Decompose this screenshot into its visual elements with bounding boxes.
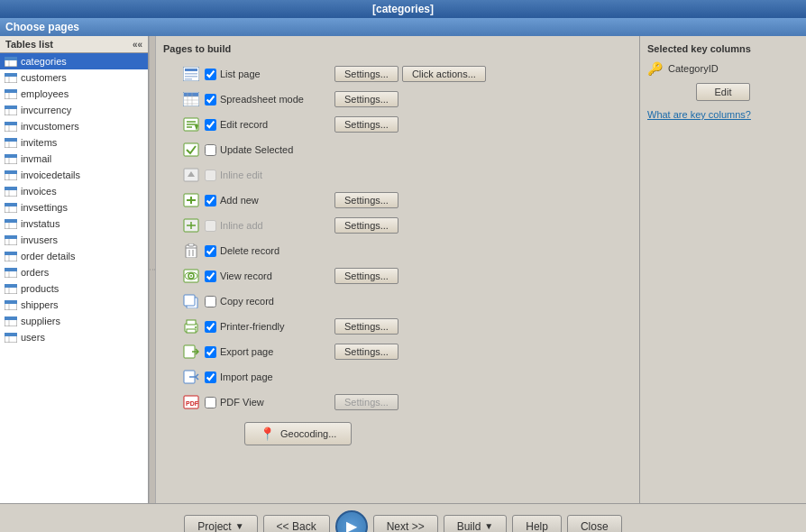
printer_friendly-icon bbox=[181, 316, 201, 336]
sidebar-item-suppliers[interactable]: suppliers bbox=[0, 313, 148, 329]
spreadsheet_mode-settings-button[interactable]: Settings... bbox=[334, 91, 398, 107]
page-row-update_selected: Update Selected bbox=[181, 137, 632, 162]
printer_friendly-settings-button[interactable]: Settings... bbox=[334, 318, 398, 335]
sidebar-item-invoices[interactable]: invoices bbox=[0, 183, 148, 199]
import_page-label: Import page bbox=[220, 371, 328, 382]
sidebar-item-invitems[interactable]: invitems bbox=[0, 134, 148, 151]
update_selected-label: Update Selected bbox=[220, 144, 328, 155]
inline_edit-checkbox[interactable] bbox=[205, 170, 216, 181]
close-button[interactable]: Close bbox=[567, 515, 622, 533]
import_page-check-container: Import page bbox=[205, 371, 331, 383]
svg-rect-16 bbox=[5, 138, 17, 142]
sidebar-item-order-details[interactable]: order details bbox=[0, 248, 148, 264]
delete_record-check-container: Delete record bbox=[205, 245, 331, 257]
build-label: Build bbox=[457, 520, 481, 533]
add_new-checkbox[interactable] bbox=[205, 195, 216, 206]
list_page-click-actions-button[interactable]: Click actions... bbox=[402, 66, 486, 82]
page-row-view_record: View recordSettings... bbox=[181, 263, 632, 289]
inline_add-settings-button[interactable]: Settings... bbox=[334, 217, 398, 234]
sidebar-item-invmail[interactable]: invmail bbox=[0, 151, 148, 167]
sidebar-item-customers[interactable]: customers bbox=[0, 69, 148, 86]
export_page-label: Export page bbox=[220, 346, 328, 357]
edit_record-settings-button[interactable]: Settings... bbox=[334, 116, 398, 133]
svg-rect-37 bbox=[5, 252, 17, 255]
svg-rect-52 bbox=[5, 333, 17, 336]
spreadsheet_mode-checkbox[interactable] bbox=[205, 94, 216, 105]
list_page-icon bbox=[181, 64, 201, 84]
pdf_view-checkbox[interactable] bbox=[205, 397, 216, 408]
export_page-settings-button[interactable]: Settings... bbox=[334, 344, 398, 360]
table-item-label: employees bbox=[21, 88, 69, 99]
page-row-copy_record: Copy record bbox=[181, 289, 632, 314]
sidebar-item-shippers[interactable]: shippers bbox=[0, 297, 148, 313]
sidebar-item-invstatus[interactable]: invstatus bbox=[0, 216, 148, 232]
sidebar-item-products[interactable]: products bbox=[0, 280, 148, 297]
table-item-label: orders bbox=[21, 267, 49, 278]
what-are-key-columns-link[interactable]: What are key columns? bbox=[647, 109, 751, 120]
copy_record-checkbox[interactable] bbox=[205, 296, 216, 307]
sidebar-item-invusers[interactable]: invusers bbox=[0, 232, 148, 248]
next-button[interactable]: Next >> bbox=[373, 515, 438, 533]
sidebar-item-invcustomers[interactable]: invcustomers bbox=[0, 118, 148, 134]
inline_add-checkbox[interactable] bbox=[205, 220, 216, 232]
table-item-label: categories bbox=[21, 56, 67, 67]
page-row-delete_record: Delete record bbox=[181, 238, 632, 263]
sidebar-item-invcurrency[interactable]: invcurrency bbox=[0, 102, 148, 118]
delete_record-checkbox[interactable] bbox=[205, 245, 216, 257]
view_record-settings-button[interactable]: Settings... bbox=[334, 268, 398, 284]
build-button[interactable]: Build ▼ bbox=[444, 515, 508, 533]
svg-rect-10 bbox=[5, 105, 17, 109]
table-icon bbox=[4, 104, 18, 116]
table-item-label: suppliers bbox=[21, 316, 60, 326]
edit_record-checkbox[interactable] bbox=[205, 119, 216, 131]
export_page-checkbox[interactable] bbox=[205, 346, 216, 358]
svg-rect-4 bbox=[5, 73, 17, 77]
table-item-label: invmail bbox=[21, 153, 51, 164]
edit_record-label: Edit record bbox=[220, 119, 328, 130]
update_selected-checkbox[interactable] bbox=[205, 144, 216, 156]
sidebar-item-employees[interactable]: employees bbox=[0, 86, 148, 102]
back-button[interactable]: << Back bbox=[263, 515, 330, 533]
delete_record-icon bbox=[181, 241, 201, 261]
run-button[interactable]: ▶ bbox=[335, 510, 368, 533]
list_page-settings-button[interactable]: Settings... bbox=[334, 66, 398, 82]
sidebar: Tables list «« categories customers empl… bbox=[0, 36, 149, 503]
project-button[interactable]: Project ▼ bbox=[184, 515, 257, 533]
view_record-checkbox[interactable] bbox=[205, 271, 216, 282]
add_new-icon bbox=[181, 190, 201, 210]
sidebar-item-users[interactable]: users bbox=[0, 329, 148, 345]
project-dropdown-arrow: ▼ bbox=[235, 521, 244, 531]
geocoding-button[interactable]: 📍Geocoding... bbox=[244, 422, 352, 445]
table-icon bbox=[4, 169, 18, 181]
table-icon bbox=[4, 315, 18, 327]
sidebar-item-categories[interactable]: categories bbox=[0, 53, 148, 69]
svg-rect-55 bbox=[185, 69, 197, 71]
svg-rect-90 bbox=[187, 320, 196, 325]
pdf_view-icon: PDF bbox=[181, 392, 201, 412]
svg-rect-25 bbox=[5, 187, 17, 190]
resize-handle[interactable]: ⋮ bbox=[149, 36, 156, 503]
update_selected-icon bbox=[181, 140, 201, 160]
help-button[interactable]: Help bbox=[512, 515, 562, 533]
pdf_view-check-container: PDF View bbox=[205, 397, 331, 408]
sidebar-item-invsettings[interactable]: invsettings bbox=[0, 199, 148, 216]
edit-key-column-button[interactable]: Edit bbox=[696, 83, 751, 101]
import_page-checkbox[interactable] bbox=[205, 371, 216, 383]
svg-rect-70 bbox=[184, 143, 198, 156]
list_page-checkbox[interactable] bbox=[205, 69, 216, 80]
svg-rect-88 bbox=[184, 295, 195, 306]
printer_friendly-checkbox[interactable] bbox=[205, 321, 216, 333]
table-item-label: invitems bbox=[21, 137, 57, 148]
table-icon bbox=[4, 282, 18, 295]
bottom-toolbar: Project ▼ << Back ▶ Next >> Build ▼ Help… bbox=[0, 503, 806, 532]
add_new-settings-button[interactable]: Settings... bbox=[334, 192, 398, 208]
pdf_view-settings-button[interactable]: Settings... bbox=[334, 394, 398, 410]
collapse-button[interactable]: «« bbox=[133, 40, 142, 50]
table-item-label: invusers bbox=[21, 234, 58, 245]
spreadsheet_mode-label: Spreadsheet mode bbox=[220, 94, 328, 105]
svg-rect-57 bbox=[185, 76, 197, 78]
sidebar-item-orders[interactable]: orders bbox=[0, 264, 148, 280]
svg-rect-40 bbox=[5, 268, 17, 271]
sidebar-item-invoicedetails[interactable]: invoicedetails bbox=[0, 167, 148, 183]
svg-rect-31 bbox=[5, 219, 17, 223]
